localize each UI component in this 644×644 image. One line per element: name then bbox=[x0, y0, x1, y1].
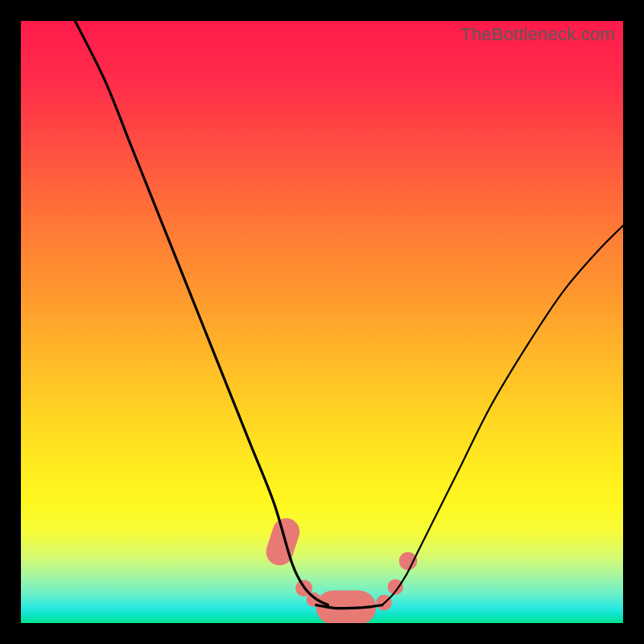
svg-rect-0 bbox=[262, 514, 303, 568]
plot-area: TheBottleneck.com bbox=[21, 21, 623, 623]
chart-frame: TheBottleneck.com bbox=[0, 0, 644, 644]
series-right-curve bbox=[382, 225, 623, 605]
marker-layer bbox=[262, 514, 417, 623]
chart-svg bbox=[21, 21, 623, 623]
curve-layer bbox=[75, 21, 623, 609]
marker-dot bbox=[399, 552, 417, 570]
marker-capsule bbox=[262, 514, 303, 568]
series-left-curve bbox=[75, 21, 328, 605]
